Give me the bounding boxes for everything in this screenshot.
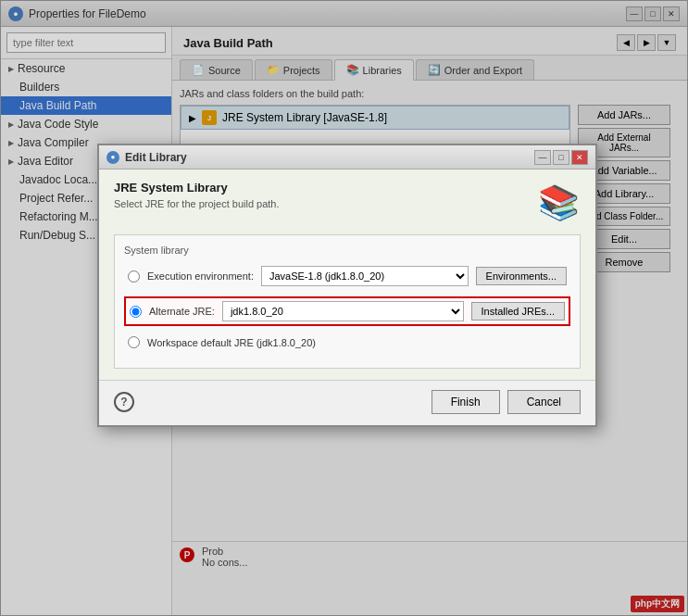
modal-header-text: JRE System Library Select JRE for the pr… (114, 181, 536, 209)
help-button[interactable]: ? (114, 392, 134, 412)
exec-env-radio[interactable] (128, 270, 140, 283)
modal-footer: ? Finish Cancel (99, 380, 595, 425)
exec-env-dropdown[interactable]: JavaSE-1.8 (jdk1.8.0_20) (261, 266, 469, 286)
books-icon: 📚 (536, 181, 581, 225)
modal-header-subtitle: Select JRE for the project build path. (114, 198, 536, 209)
modal-header-section: JRE System Library Select JRE for the pr… (114, 181, 581, 225)
environments-button[interactable]: Environments... (476, 267, 567, 285)
modal-maximize-button[interactable]: □ (553, 150, 569, 165)
modal-app-icon: ● (106, 151, 119, 164)
modal-header-title: JRE System Library (114, 181, 536, 195)
modal-title-bar: ● Edit Library — □ ✕ (99, 145, 595, 170)
alt-jre-label: Alternate JRE: (149, 306, 215, 317)
modal-title-left: ● Edit Library (106, 151, 187, 164)
exec-env-row: Execution environment: JavaSE-1.8 (jdk1.… (124, 263, 570, 289)
modal-title: Edit Library (125, 151, 187, 164)
modal-body: JRE System Library Select JRE for the pr… (99, 170, 595, 380)
workspace-default-radio[interactable] (128, 336, 140, 348)
system-library-section: System library Execution environment: Ja… (114, 234, 581, 369)
modal-controls: — □ ✕ (534, 150, 588, 165)
footer-buttons: Finish Cancel (432, 390, 581, 414)
exec-env-label: Execution environment: (147, 270, 254, 282)
workspace-default-label: Workspace default JRE (jdk1.8.0_20) (147, 337, 316, 348)
section-label: System library (124, 245, 570, 256)
modal-close-button[interactable]: ✕ (571, 150, 588, 165)
workspace-default-row: Workspace default JRE (jdk1.8.0_20) (124, 333, 570, 351)
modal-minimize-button[interactable]: — (534, 150, 551, 165)
finish-button[interactable]: Finish (432, 390, 500, 414)
alt-jre-radio[interactable] (130, 306, 142, 318)
alt-jre-row: Alternate JRE: jdk1.8.0_20 Installed JRE… (124, 296, 570, 326)
alt-jre-dropdown[interactable]: jdk1.8.0_20 (222, 301, 464, 321)
cancel-button[interactable]: Cancel (507, 390, 581, 414)
modal-overlay: ● Edit Library — □ ✕ JRE System Library … (0, 0, 688, 616)
edit-library-dialog: ● Edit Library — □ ✕ JRE System Library … (97, 144, 597, 427)
installed-jres-button[interactable]: Installed JREs... (471, 302, 565, 321)
